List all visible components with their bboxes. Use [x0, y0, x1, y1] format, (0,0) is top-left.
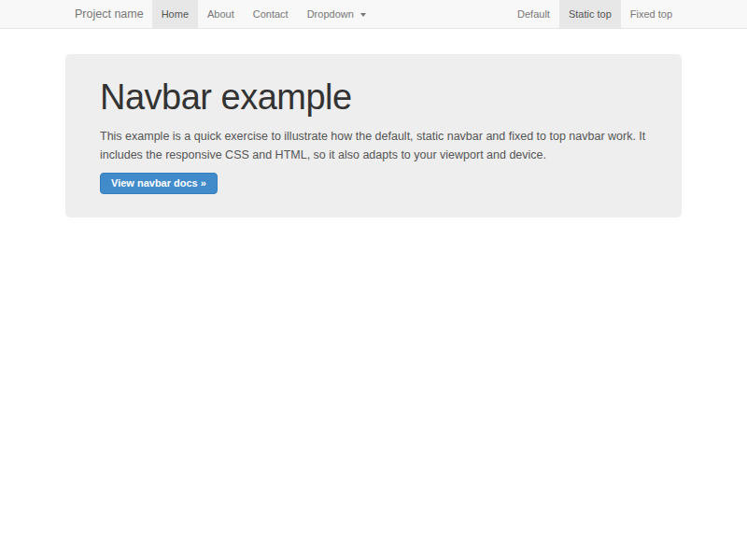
- caret-down-icon: [360, 13, 366, 17]
- nav-item-static-top[interactable]: Static top: [559, 0, 621, 28]
- dropdown-label: Dropdown: [307, 8, 354, 20]
- navbar: Project name Home About Contact Dropdown…: [0, 0, 747, 29]
- navbar-brand[interactable]: Project name: [65, 0, 152, 28]
- page-title: Navbar example: [100, 77, 647, 118]
- jumbotron: Navbar example This example is a quick e…: [65, 54, 682, 217]
- nav-item-about[interactable]: About: [198, 0, 244, 28]
- nav-item-contact[interactable]: Contact: [244, 0, 298, 28]
- jumbotron-description: This example is a quick exercise to illu…: [100, 127, 649, 164]
- navbar-container: Project name Home About Contact Dropdown…: [65, 0, 682, 28]
- navbar-nav-left: Home About Contact Dropdown: [152, 0, 375, 28]
- nav-item-default[interactable]: Default: [508, 0, 559, 28]
- nav-item-fixed-top[interactable]: Fixed top: [621, 0, 682, 28]
- view-navbar-docs-button[interactable]: View navbar docs »: [100, 173, 218, 194]
- nav-item-home[interactable]: Home: [152, 0, 198, 28]
- main-container: Navbar example This example is a quick e…: [65, 54, 682, 217]
- nav-item-dropdown[interactable]: Dropdown: [298, 0, 375, 28]
- navbar-nav-right: Default Static top Fixed top: [508, 0, 682, 28]
